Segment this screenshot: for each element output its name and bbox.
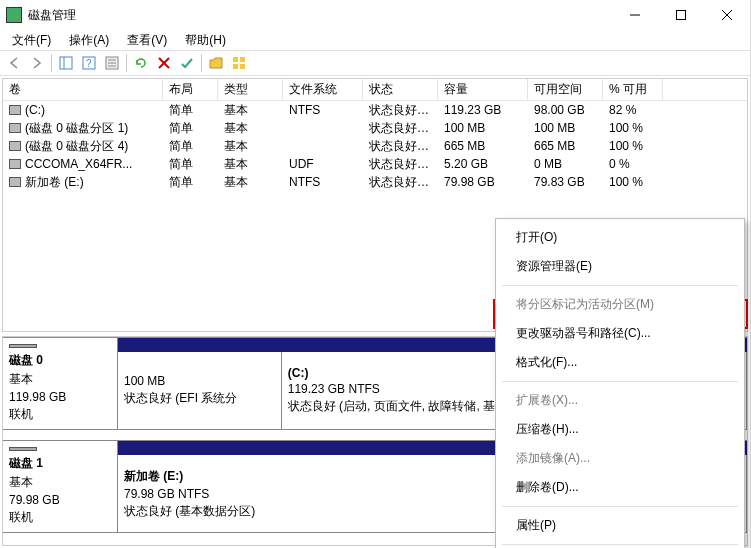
toolbar-tree[interactable] — [55, 52, 77, 74]
titlebar: 磁盘管理 — [0, 0, 750, 30]
grid-icon — [232, 56, 246, 70]
volume-row[interactable]: (C:)简单基本NTFS状态良好 (...119.23 GB98.00 GB82… — [3, 101, 747, 119]
disk-status: 联机 — [9, 406, 111, 423]
volume-row[interactable]: (磁盘 0 磁盘分区 1)简单基本状态良好 (...100 MB100 MB10… — [3, 119, 747, 137]
ctx-mark-active: 将分区标记为活动分区(M) — [500, 290, 740, 319]
disk-status: 联机 — [9, 509, 111, 526]
col-volume[interactable]: 卷 — [3, 79, 163, 100]
volume-pctfree: 0 % — [603, 155, 663, 173]
partition-cell[interactable]: 100 MB状态良好 (EFI 系统分 — [118, 352, 282, 429]
toolbar-delete[interactable] — [153, 52, 175, 74]
volume-status: 状态良好 (... — [363, 172, 438, 193]
maximize-button[interactable] — [658, 0, 704, 30]
volume-capacity: 5.20 GB — [438, 155, 528, 173]
col-capacity[interactable]: 容量 — [438, 79, 528, 100]
toolbar-properties[interactable] — [101, 52, 123, 74]
col-pctfree[interactable]: % 可用 — [603, 79, 663, 100]
ctx-delete[interactable]: 删除卷(D)... — [500, 473, 740, 502]
volume-name: (磁盘 0 磁盘分区 4) — [3, 136, 163, 157]
toolbar-separator — [126, 54, 127, 72]
volume-capacity: 79.98 GB — [438, 173, 528, 191]
volume-pctfree: 82 % — [603, 101, 663, 119]
toolbar-forward[interactable] — [26, 52, 48, 74]
col-filesystem[interactable]: 文件系统 — [283, 79, 363, 100]
menu-bar: 文件(F) 操作(A) 查看(V) 帮助(H) — [0, 30, 750, 50]
volume-pctfree: 100 % — [603, 119, 663, 137]
ctx-mirror: 添加镜像(A)... — [500, 444, 740, 473]
ctx-format[interactable]: 格式化(F)... — [500, 348, 740, 377]
folder-icon — [209, 56, 223, 70]
toolbar-help[interactable]: ? — [78, 52, 100, 74]
arrow-left-icon — [7, 56, 21, 70]
volume-icon — [9, 159, 21, 169]
volume-free: 665 MB — [528, 137, 603, 155]
tree-icon — [59, 56, 73, 70]
partition-desc: 状态良好 (EFI 系统分 — [124, 390, 275, 407]
toolbar-refresh[interactable] — [130, 52, 152, 74]
volume-free: 0 MB — [528, 155, 603, 173]
ctx-change-letter[interactable]: 更改驱动器号和路径(C)... — [500, 319, 740, 348]
arrow-right-icon — [30, 56, 44, 70]
volume-list-header: 卷 布局 类型 文件系统 状态 容量 可用空间 % 可用 — [3, 79, 747, 101]
toolbar-settings[interactable] — [176, 52, 198, 74]
volume-layout: 简单 — [163, 172, 218, 193]
ctx-separator — [502, 381, 738, 382]
svg-rect-4 — [60, 57, 72, 69]
disk-meta[interactable]: 磁盘 0基本119.98 GB联机 — [3, 338, 118, 429]
disk-type: 基本 — [9, 474, 111, 491]
context-menu: 打开(O) 资源管理器(E) 将分区标记为活动分区(M) 更改驱动器号和路径(C… — [495, 218, 745, 548]
maximize-icon — [676, 10, 686, 20]
ctx-separator — [502, 506, 738, 507]
svg-rect-1 — [677, 11, 686, 20]
disk-size: 119.98 GB — [9, 390, 111, 404]
partition-size: 100 MB — [124, 374, 275, 388]
volume-filesystem: NTFS — [283, 173, 363, 191]
volume-row[interactable]: (磁盘 0 磁盘分区 4)简单基本状态良好 (...665 MB665 MB10… — [3, 137, 747, 155]
ctx-explorer[interactable]: 资源管理器(E) — [500, 252, 740, 281]
volume-row[interactable]: 新加卷 (E:)简单基本NTFS状态良好 (...79.98 GB79.83 G… — [3, 173, 747, 191]
ctx-open[interactable]: 打开(O) — [500, 223, 740, 252]
menu-view[interactable]: 查看(V) — [119, 31, 175, 50]
volume-type: 基本 — [218, 172, 283, 193]
disk-meta[interactable]: 磁盘 1基本79.98 GB联机 — [3, 441, 118, 532]
svg-rect-15 — [240, 57, 245, 62]
svg-rect-14 — [233, 57, 238, 62]
ctx-separator — [502, 285, 738, 286]
menu-action[interactable]: 操作(A) — [61, 31, 117, 50]
toolbar-folder[interactable] — [205, 52, 227, 74]
close-icon — [722, 10, 732, 20]
toolbar-separator — [51, 54, 52, 72]
col-layout[interactable]: 布局 — [163, 79, 218, 100]
svg-text:?: ? — [86, 58, 92, 69]
toolbar-separator — [201, 54, 202, 72]
close-button[interactable] — [704, 0, 750, 30]
toolbar-back[interactable] — [3, 52, 25, 74]
menu-help[interactable]: 帮助(H) — [177, 31, 234, 50]
svg-rect-17 — [240, 64, 245, 69]
volume-row[interactable]: CCCOMA_X64FR...简单基本UDF状态良好 (...5.20 GB0 … — [3, 155, 747, 173]
volume-icon — [9, 105, 21, 115]
check-icon — [180, 56, 194, 70]
volume-capacity: 119.23 GB — [438, 101, 528, 119]
window-title: 磁盘管理 — [28, 7, 612, 24]
volume-name: 新加卷 (E:) — [3, 172, 163, 193]
refresh-icon — [134, 56, 148, 70]
volume-free: 98.00 GB — [528, 101, 603, 119]
ctx-shrink[interactable]: 压缩卷(H)... — [500, 415, 740, 444]
col-status[interactable]: 状态 — [363, 79, 438, 100]
ctx-properties[interactable]: 属性(P) — [500, 511, 740, 540]
x-icon — [157, 56, 171, 70]
menu-file[interactable]: 文件(F) — [4, 31, 59, 50]
volume-free: 79.83 GB — [528, 173, 603, 191]
ctx-extend: 扩展卷(X)... — [500, 386, 740, 415]
volume-filesystem: NTFS — [283, 101, 363, 119]
col-type[interactable]: 类型 — [218, 79, 283, 100]
col-free[interactable]: 可用空间 — [528, 79, 603, 100]
minimize-button[interactable] — [612, 0, 658, 30]
volume-icon — [9, 123, 21, 133]
toolbar-view2[interactable] — [228, 52, 250, 74]
volume-filesystem: UDF — [283, 155, 363, 173]
disk-type: 基本 — [9, 371, 111, 388]
volume-pctfree: 100 % — [603, 137, 663, 155]
disk-label: 磁盘 0 — [9, 352, 111, 369]
